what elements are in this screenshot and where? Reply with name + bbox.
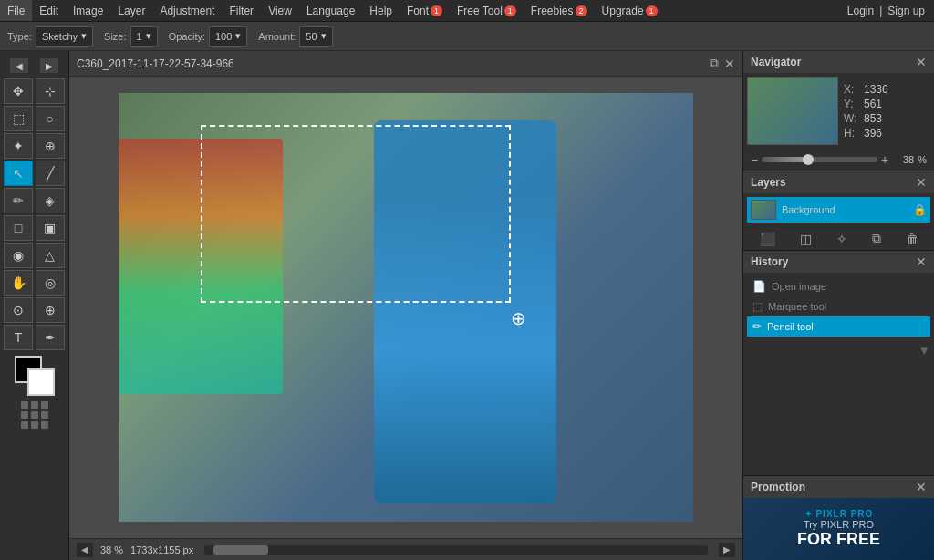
menu-edit[interactable]: Edit: [32, 0, 66, 21]
opacity-label: Opacity:: [169, 31, 205, 42]
coord-w-value: 853: [864, 112, 882, 125]
canvas-detach-btn[interactable]: ⧉: [710, 56, 719, 71]
tool-fill[interactable]: ▣: [36, 215, 65, 241]
layer-background[interactable]: Background 🔒: [747, 197, 930, 223]
navigator-zoom: − + 38 %: [743, 149, 934, 171]
navigator-thumbnail: [747, 77, 838, 145]
tool-line[interactable]: ╱: [36, 161, 65, 186]
tool-move-alt[interactable]: ⊹: [36, 78, 65, 104]
zoom-in-icon[interactable]: +: [881, 152, 888, 167]
menu-image[interactable]: Image: [66, 0, 110, 21]
tool-select-rect[interactable]: ⬚: [4, 106, 33, 131]
tool-move[interactable]: ✥: [4, 78, 33, 104]
canvas-wrapper[interactable]: ⊕: [69, 77, 742, 538]
layer-add-group-btn[interactable]: ⬛: [760, 232, 775, 246]
canvas-image[interactable]: ⊕: [119, 93, 693, 522]
swatch-area: [0, 352, 68, 438]
layer-delete-btn[interactable]: 🗑: [906, 232, 918, 246]
coord-x-row: X: 1336: [844, 83, 888, 96]
promotion-close-btn[interactable]: ✕: [916, 480, 927, 494]
layers-list: Background 🔒: [743, 193, 934, 226]
tool-pen[interactable]: ✒: [36, 325, 65, 350]
layer-thumbnail: [751, 200, 776, 220]
person-element: [374, 120, 556, 503]
signup-link[interactable]: Sign up: [887, 5, 925, 17]
coord-w-label: W:: [844, 112, 858, 125]
zoom-thumb: [803, 154, 814, 165]
history-item-pencil[interactable]: ✏ Pencil tool: [747, 316, 930, 337]
promo-tagline: Try PIXLR PRO: [804, 519, 874, 530]
amount-label: Amount:: [258, 31, 296, 42]
canvas-area: C360_2017-11-17-22-57-34-966 ⧉ ✕ ⊕ ◀ 38 …: [69, 51, 742, 560]
grid-dots: [21, 401, 48, 429]
tool-brush[interactable]: ✏: [4, 188, 33, 213]
tool-dodge[interactable]: ✋: [4, 270, 33, 296]
menu-layer[interactable]: Layer: [110, 0, 152, 21]
history-item-marquee[interactable]: ⬚ Marquee tool: [747, 296, 930, 316]
size-dropdown[interactable]: 1 ▾: [130, 26, 158, 47]
tool-arrow[interactable]: ↖: [4, 161, 33, 186]
login-link[interactable]: Login: [847, 5, 874, 17]
background-color[interactable]: [27, 368, 55, 396]
layer-mask-btn[interactable]: ◫: [800, 232, 812, 246]
coord-h-row: H: 396: [844, 127, 888, 140]
type-dropdown[interactable]: Sketchy ▾: [36, 26, 93, 47]
menu-font[interactable]: Font1: [400, 0, 450, 21]
canvas-close-btn[interactable]: ✕: [724, 56, 735, 71]
zoom-out-icon[interactable]: −: [751, 152, 758, 167]
amount-chevron-icon: ▾: [321, 30, 327, 42]
canvas-scroll-left[interactable]: ◀: [77, 543, 93, 557]
tool-zoom[interactable]: ⊙: [4, 297, 33, 323]
size-label: Size:: [104, 31, 126, 42]
menu-view[interactable]: View: [261, 0, 299, 21]
color-swatches[interactable]: [15, 356, 55, 396]
nav-right-btn[interactable]: ▶: [40, 58, 58, 73]
tool-stamp[interactable]: ◈: [36, 188, 65, 213]
history-pencil-label: Pencil tool: [767, 321, 814, 332]
canvas-scrollbar[interactable]: [204, 545, 708, 555]
menu-file[interactable]: File: [0, 0, 32, 21]
tool-water[interactable]: △: [36, 243, 65, 268]
layers-footer: ⬛ ◫ ✧ ⧉ 🗑: [743, 226, 934, 250]
freebies-badge: 2: [576, 5, 587, 16]
upgrade-badge: 1: [646, 5, 658, 16]
promo-content[interactable]: ✦ PIXLR PRO Try PIXLR PRO FOR FREE: [743, 498, 934, 560]
nav-left-btn[interactable]: ◀: [10, 58, 28, 73]
canvas-scroll-right[interactable]: ▶: [719, 543, 735, 557]
auth-separator: |: [879, 5, 882, 17]
opacity-dropdown[interactable]: 100 ▾: [209, 26, 247, 47]
menu-adjustment[interactable]: Adjustment: [152, 0, 222, 21]
tool-hand[interactable]: ⊕: [36, 297, 65, 323]
tool-spot-heal[interactable]: ⊕: [36, 133, 65, 159]
history-expand-btn[interactable]: ▼: [918, 344, 930, 358]
scrollbar-thumb[interactable]: [213, 545, 268, 555]
tool-select-lasso[interactable]: ○: [36, 106, 65, 131]
history-item-open[interactable]: 📄 Open image: [747, 276, 930, 296]
size-group: Size: 1 ▾: [104, 26, 158, 47]
tool-blur[interactable]: ◎: [36, 270, 65, 296]
promotion-header: Promotion ✕: [743, 476, 934, 498]
tool-text[interactable]: T: [4, 325, 33, 350]
amount-group: Amount: 50 ▾: [258, 26, 332, 47]
canvas-title: C360_2017-11-17-22-57-34-966: [77, 57, 234, 70]
canvas-footer: ◀ 38 % 1733x1155 px ▶: [69, 538, 742, 560]
tool-magic-wand[interactable]: ✦: [4, 133, 33, 159]
navigator-close-btn[interactable]: ✕: [916, 55, 927, 69]
history-close-btn[interactable]: ✕: [916, 254, 927, 269]
type-chevron-icon: ▾: [81, 30, 87, 42]
amount-dropdown[interactable]: 50 ▾: [299, 26, 332, 47]
menu-filter[interactable]: Filter: [222, 0, 261, 21]
history-open-label: Open image: [772, 281, 826, 292]
zoom-slider[interactable]: [762, 157, 877, 162]
layer-fx-btn[interactable]: ✧: [836, 232, 847, 246]
menu-freebies[interactable]: Freebies2: [524, 0, 595, 21]
menu-language[interactable]: Language: [299, 0, 362, 21]
menu-help[interactable]: Help: [362, 0, 400, 21]
tool-eraser[interactable]: □: [4, 215, 33, 241]
menu-upgrade[interactable]: Upgrade1: [595, 0, 665, 21]
layers-close-btn[interactable]: ✕: [916, 175, 927, 190]
history-list: 📄 Open image ⬚ Marquee tool ✏ Pencil too…: [743, 273, 934, 340]
layer-duplicate-btn[interactable]: ⧉: [872, 231, 881, 246]
menu-freetool[interactable]: Free Tool1: [450, 0, 524, 21]
tool-eyedropper[interactable]: ◉: [4, 243, 33, 268]
